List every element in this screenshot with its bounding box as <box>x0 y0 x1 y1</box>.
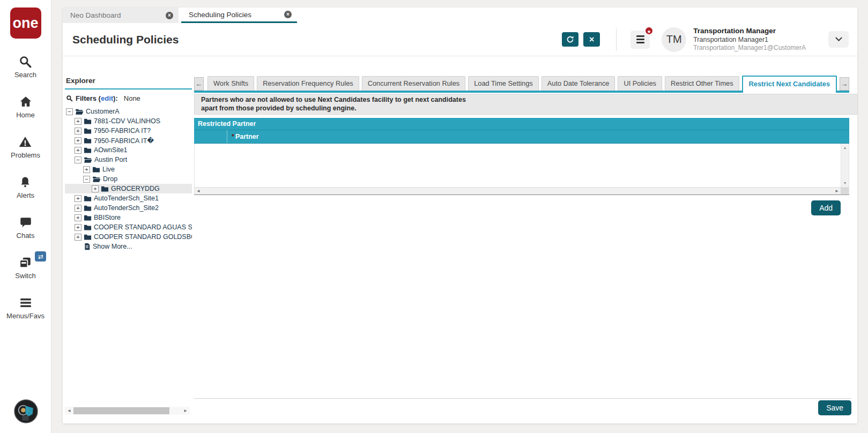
tree-item-groceryddg[interactable]: +GROCERYDDG <box>65 184 192 193</box>
collapse-toggle-icon[interactable]: − <box>75 156 81 163</box>
left-nav-rail: one SearchHomeProblemsAlertsChats⇄Switch… <box>0 0 51 433</box>
expand-toggle-icon[interactable]: + <box>75 205 81 212</box>
tree-item-live[interactable]: +Live <box>65 165 192 174</box>
explorer-panel: Explorer Filters (edit): None −CustomerA… <box>63 56 192 423</box>
scroll-up-icon[interactable]: ▲ <box>843 146 847 150</box>
close-button[interactable]: × <box>583 32 600 47</box>
sidebar-item-alerts[interactable]: Alerts <box>17 175 34 199</box>
tree-item-aownsite1[interactable]: +AOwnSite1 <box>65 145 192 155</box>
tab-auto-date-tolerance[interactable]: Auto Date Tolerance <box>541 76 615 91</box>
tree-item-label: Drop <box>103 175 117 183</box>
scrollbar-thumb[interactable] <box>73 407 169 414</box>
user-dropdown-button[interactable] <box>828 31 849 48</box>
expand-toggle-icon[interactable]: + <box>75 118 81 125</box>
expand-toggle-icon[interactable]: + <box>92 185 99 192</box>
tab-close-icon[interactable]: × <box>284 11 292 18</box>
tree-item-show-more[interactable]: Show More... <box>65 242 192 251</box>
tree-item-cooper-standard-aguas-sealing-3[interactable]: +COOPER STANDARD AGUAS SEALING (3 <box>65 222 192 232</box>
tab-restrict-next-candidates[interactable]: Restrict Next Candidates <box>742 76 837 93</box>
expand-toggle-icon[interactable]: + <box>75 224 81 231</box>
tree-item-7881-cdv-valinhos[interactable]: +7881-CDV VALINHOS <box>65 116 192 126</box>
explorer-tree: −CustomerA+7881-CDV VALINHOS+7950-FABRIC… <box>65 107 192 251</box>
tree-item-autotendersch-site1[interactable]: +AutoTenderSch_Site1 <box>65 193 192 203</box>
hamburger-icon <box>636 35 644 37</box>
folder-icon <box>84 234 92 241</box>
tree-item-7950-fabrica-it[interactable]: +7950-FABRICA IT? <box>65 126 192 136</box>
grid-horizontal-scrollbar[interactable]: ◄ ► <box>194 188 849 195</box>
window-tab-neo-dashboard[interactable]: Neo Dashboard× <box>63 8 179 23</box>
sidebar-item-label: Search <box>14 71 36 79</box>
expand-toggle-icon[interactable]: + <box>83 166 90 173</box>
scroll-right-icon[interactable]: ► <box>833 189 841 193</box>
tree-item-customera[interactable]: −CustomerA <box>65 107 192 116</box>
sidebar-item-search[interactable]: Search <box>14 54 36 79</box>
grid-vertical-scrollbar[interactable]: ▲ ▼ <box>841 144 849 187</box>
tree-item-cooper-standard-goldsboro[interactable]: +COOPER STANDARD GOLDSBORO <box>65 232 192 242</box>
assistant-avatar[interactable] <box>14 399 38 425</box>
tab-ui-policies[interactable]: UI Policies <box>618 76 662 91</box>
tree-item-bbistore[interactable]: +BBIStore <box>65 213 192 222</box>
scroll-right-icon[interactable]: ► <box>182 408 189 413</box>
folder-icon <box>92 166 100 173</box>
expand-toggle-icon[interactable]: + <box>75 137 81 144</box>
tree-item-label: Show More... <box>93 243 132 250</box>
user-avatar[interactable]: TM <box>662 27 686 52</box>
close-icon: × <box>589 35 594 44</box>
sidebar-item-chats[interactable]: Chats <box>17 215 35 240</box>
sidebar-item-home[interactable]: Home <box>16 94 35 119</box>
sidebar-item-label: Alerts <box>17 191 34 199</box>
tree-item-label: GROCERYDDG <box>111 185 160 192</box>
tree-item-austin-port[interactable]: −Austin Port <box>65 155 192 165</box>
explorer-horizontal-scrollbar[interactable]: ◄ ► <box>65 407 190 415</box>
arrow-right-icon: → <box>841 80 848 88</box>
sidebar-item-menus-favs[interactable]: Menus/Favs <box>6 295 44 320</box>
swap-arrows-icon[interactable]: ⇄ <box>35 251 46 262</box>
tab-load-time-settings[interactable]: Load Time Settings <box>468 76 539 91</box>
tab-close-icon[interactable]: × <box>166 12 173 19</box>
home-icon <box>19 94 33 109</box>
scroll-left-icon[interactable]: ◄ <box>195 189 202 193</box>
grid-body: ▲ ▼ <box>194 144 849 188</box>
main-panel: ← Work ShiftsReservation Frequency Rules… <box>192 56 860 423</box>
scrollbar-corner <box>841 188 849 195</box>
info-text-line: apart from those provided by scheduling … <box>201 104 851 113</box>
tab-work-shifts[interactable]: Work Shifts <box>207 76 254 91</box>
sidebar-item-label: Menus/Favs <box>6 312 44 320</box>
user-menu-button[interactable]: ★ <box>630 31 650 49</box>
collapse-toggle-icon[interactable]: − <box>66 108 73 115</box>
window-tab-scheduling-policies[interactable]: Scheduling Policies× <box>181 8 297 23</box>
tree-item-label: Austin Port <box>94 156 127 163</box>
tree-item-7950-fabrica-it[interactable]: +7950-FABRICA IT� <box>65 136 192 145</box>
tab-concurrent-reservation-rules[interactable]: Concurrent Reservation Rules <box>362 76 465 91</box>
filters-value: None <box>124 94 140 102</box>
footer-divider <box>194 398 851 399</box>
page-title: Scheduling Policies <box>72 33 179 46</box>
tree-item-drop[interactable]: −Drop <box>65 174 192 184</box>
tab-restrict-other-times[interactable]: Restrict Other Times <box>665 76 739 91</box>
expand-toggle-icon[interactable]: + <box>75 147 81 154</box>
refresh-button[interactable] <box>562 32 578 47</box>
expand-toggle-icon[interactable]: + <box>75 214 81 221</box>
add-button[interactable]: Add <box>811 200 841 215</box>
save-button[interactable]: Save <box>818 400 851 415</box>
filters-edit-link[interactable]: edit <box>101 94 113 102</box>
tab-reservation-frequency-rules[interactable]: Reservation Frequency Rules <box>257 76 359 91</box>
tree-item-label: AutoTenderSch_Site2 <box>94 204 159 212</box>
grid-group-header: Restricted Partner <box>194 118 849 130</box>
expand-toggle-icon[interactable]: + <box>75 234 81 241</box>
expand-toggle-icon[interactable]: + <box>75 195 81 202</box>
tree-item-autotendersch-site2[interactable]: +AutoTenderSch_Site2 <box>65 203 192 213</box>
folder-open-icon <box>75 108 84 115</box>
scroll-left-icon[interactable]: ◄ <box>66 408 72 413</box>
sidebar-item-problems[interactable]: Problems <box>11 135 40 159</box>
expand-toggle-icon[interactable]: + <box>75 128 81 135</box>
column-header-partner[interactable]: *Partner <box>227 130 263 143</box>
collapse-toggle-icon[interactable]: − <box>83 176 90 183</box>
sidebar-item-switch[interactable]: ⇄Switch <box>15 255 35 280</box>
one-logo[interactable]: one <box>10 8 41 39</box>
folder-icon <box>101 185 109 192</box>
scroll-down-icon[interactable]: ▼ <box>843 181 847 185</box>
tabs-scroll-left-button[interactable]: ← <box>194 77 204 91</box>
tabs-scroll-right-button[interactable]: → <box>840 77 849 91</box>
chat-bubble-icon <box>19 215 33 229</box>
